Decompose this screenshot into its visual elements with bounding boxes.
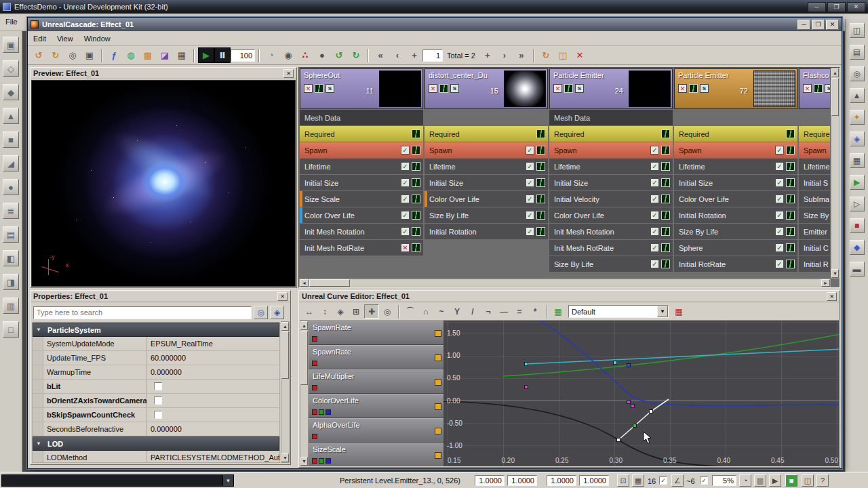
module-row[interactable]: Required bbox=[799, 126, 830, 142]
module-curve-icon[interactable] bbox=[661, 195, 670, 203]
module-curve-icon[interactable] bbox=[786, 211, 795, 220]
property-row[interactable]: ▼ bLit bbox=[33, 380, 279, 394]
emitter-enabled-checkbox[interactable]: ✕ bbox=[803, 84, 812, 93]
module-curve-icon[interactable] bbox=[786, 146, 795, 155]
module-curve-icon[interactable] bbox=[536, 162, 545, 171]
module-enabled-checkbox[interactable] bbox=[526, 227, 534, 236]
property-checkbox[interactable] bbox=[154, 396, 162, 405]
emitter-column[interactable]: Flashco ✕ S Require bbox=[799, 68, 830, 278]
module-enabled-checkbox[interactable] bbox=[775, 227, 784, 236]
tangent-user-icon[interactable]: ~ bbox=[434, 304, 449, 319]
module-curve-icon[interactable] bbox=[661, 129, 670, 138]
module-curve-icon[interactable] bbox=[412, 146, 420, 155]
emitter-enabled-checkbox[interactable]: ✕ bbox=[678, 84, 687, 93]
property-value[interactable]: 60.000000 bbox=[146, 351, 279, 365]
csg-add-icon[interactable]: ◧ bbox=[3, 250, 19, 266]
module-row[interactable]: Color Over Life bbox=[300, 207, 423, 223]
curve-channel-toggle[interactable] bbox=[312, 458, 317, 464]
emitter-header[interactable]: SphereOut ✕ S 11 bbox=[300, 68, 423, 109]
module-row[interactable]: Initial Size bbox=[549, 175, 673, 190]
fit-selected-icon[interactable]: ⊞ bbox=[349, 304, 363, 319]
module-enabled-checkbox[interactable] bbox=[775, 178, 784, 187]
realtime-icon[interactable]: ◉ bbox=[280, 47, 296, 63]
property-row[interactable]: ▼ bOrientZAxisTowardCamera bbox=[33, 394, 279, 408]
emitter-enabled-checkbox[interactable]: ✕ bbox=[304, 84, 313, 93]
module-row[interactable]: Spawn bbox=[549, 142, 673, 158]
content-browser-icon[interactable]: ▤ bbox=[850, 45, 865, 60]
brush-cylinder-icon[interactable]: ● bbox=[3, 179, 19, 195]
category-expand-icon[interactable]: ▼ bbox=[36, 441, 41, 447]
autosave-icon[interactable]: ◔ bbox=[739, 474, 751, 487]
curve-channel-toggle[interactable] bbox=[312, 385, 317, 390]
emitter-column[interactable]: Particle Emitter ✕ S 72 bbox=[674, 68, 797, 278]
module-row[interactable]: Color Over Life bbox=[549, 207, 673, 223]
module-enabled-checkbox[interactable] bbox=[775, 162, 784, 171]
property-value[interactable] bbox=[146, 408, 279, 422]
emitter-enabled-checkbox[interactable]: ✕ bbox=[429, 84, 437, 93]
drawscale-x-field[interactable]: 1.0000 bbox=[475, 475, 505, 486]
show-all-tangents-icon[interactable]: * bbox=[528, 304, 542, 319]
menu-item[interactable]: Window bbox=[79, 35, 116, 43]
drag-grid-icon[interactable]: ▦ bbox=[632, 474, 644, 487]
emitter-curve-icon[interactable] bbox=[689, 84, 698, 93]
property-row[interactable]: ▼ bSkipSpawnCountCheck bbox=[33, 408, 279, 422]
curve-track[interactable]: SizeScale bbox=[309, 443, 443, 466]
module-row[interactable]: Initial R bbox=[799, 256, 830, 272]
menu-item[interactable]: View bbox=[52, 35, 79, 43]
object-selector-dropdown[interactable]: ▼ bbox=[1, 474, 234, 487]
emitter-vertical-scrollbar[interactable]: ▲ ▼ bbox=[831, 68, 840, 279]
drag-grid-checkbox[interactable]: ✓ bbox=[659, 476, 667, 485]
window-layout-icon[interactable]: ◫ bbox=[802, 474, 814, 487]
lock-selection-icon[interactable]: ⊡ bbox=[617, 474, 629, 487]
curve-channel-toggle[interactable] bbox=[312, 361, 317, 366]
module-row[interactable] bbox=[425, 110, 548, 125]
drawscale-z-field[interactable]: 1.0000 bbox=[547, 475, 576, 486]
chevron-down-icon[interactable]: ▼ bbox=[657, 306, 668, 317]
post-process-icon[interactable]: ◪ bbox=[157, 47, 173, 63]
property-value[interactable] bbox=[146, 380, 279, 393]
curve-visibility-toggle[interactable] bbox=[435, 403, 441, 410]
brush-sheet-icon[interactable]: ▤ bbox=[3, 226, 19, 243]
property-checkbox[interactable] bbox=[154, 382, 162, 390]
module-curve-icon[interactable] bbox=[661, 227, 670, 236]
emitter-horizontal-scrollbar[interactable]: ◄ ► bbox=[299, 279, 831, 287]
module-row[interactable]: Init Mesh RotRate bbox=[300, 240, 423, 256]
property-row[interactable]: ▼ UpdateTime_FPS 60.000000 bbox=[33, 351, 279, 365]
module-enabled-checkbox[interactable] bbox=[650, 146, 659, 155]
module-curve-icon[interactable] bbox=[412, 227, 420, 236]
emitter-curve-icon[interactable] bbox=[814, 84, 823, 93]
curve-track[interactable]: AlphaOverLife bbox=[309, 418, 443, 443]
module-row[interactable]: Required bbox=[300, 126, 423, 142]
property-row[interactable]: ▼ LODMethod PARTICLESYSTEMLODMETHOD_Auto… bbox=[33, 451, 279, 463]
curve-track[interactable]: LifeMultiplier bbox=[309, 369, 443, 394]
actor-search-icon[interactable]: ◎ bbox=[850, 66, 865, 81]
lod-insert-before-button[interactable]: + bbox=[406, 47, 422, 63]
module-curve-icon[interactable] bbox=[661, 162, 670, 171]
os-close-button[interactable]: ✕ bbox=[847, 2, 865, 12]
emitter-header[interactable]: Particle Emitter ✕ S 24 bbox=[549, 68, 673, 109]
curve-channel-toggle[interactable] bbox=[319, 458, 324, 464]
lod-higher-button[interactable]: › bbox=[496, 47, 513, 63]
redo-icon[interactable]: ↻ bbox=[348, 47, 364, 63]
tangent-constant-icon[interactable]: ¬ bbox=[481, 304, 496, 319]
brush-wedge-icon[interactable]: ◢ bbox=[3, 155, 19, 171]
curve-channel-toggle[interactable] bbox=[326, 409, 331, 415]
module-enabled-checkbox[interactable] bbox=[526, 211, 534, 220]
module-row[interactable]: Mesh Data bbox=[549, 110, 673, 125]
module-row[interactable]: Initial Velocity bbox=[549, 191, 673, 207]
emitter-curve-icon[interactable] bbox=[564, 84, 573, 93]
module-enabled-checkbox[interactable] bbox=[401, 162, 410, 171]
module-row[interactable]: Lifetime bbox=[300, 159, 423, 174]
module-enabled-checkbox[interactable] bbox=[526, 195, 534, 203]
curve-graph[interactable]: 1.501.000.500.00-0.50-1.00 0.150.200.250… bbox=[443, 321, 839, 466]
module-enabled-checkbox[interactable] bbox=[650, 260, 659, 268]
curve-channel-toggle[interactable] bbox=[312, 409, 317, 415]
drawscale-y-field[interactable]: 1.0000 bbox=[507, 475, 537, 486]
property-row[interactable]: ▼ SystemUpdateMode EPSUM_RealTime bbox=[33, 337, 279, 351]
module-curve-icon[interactable] bbox=[786, 260, 795, 268]
property-row[interactable]: ▼ WarmupTime 0.000000 bbox=[33, 365, 279, 380]
pan-mode-icon[interactable]: ✚ bbox=[364, 304, 379, 319]
emitter-curve-icon[interactable] bbox=[439, 84, 448, 93]
module-row[interactable]: Required bbox=[425, 126, 548, 142]
module-row[interactable] bbox=[674, 110, 797, 125]
